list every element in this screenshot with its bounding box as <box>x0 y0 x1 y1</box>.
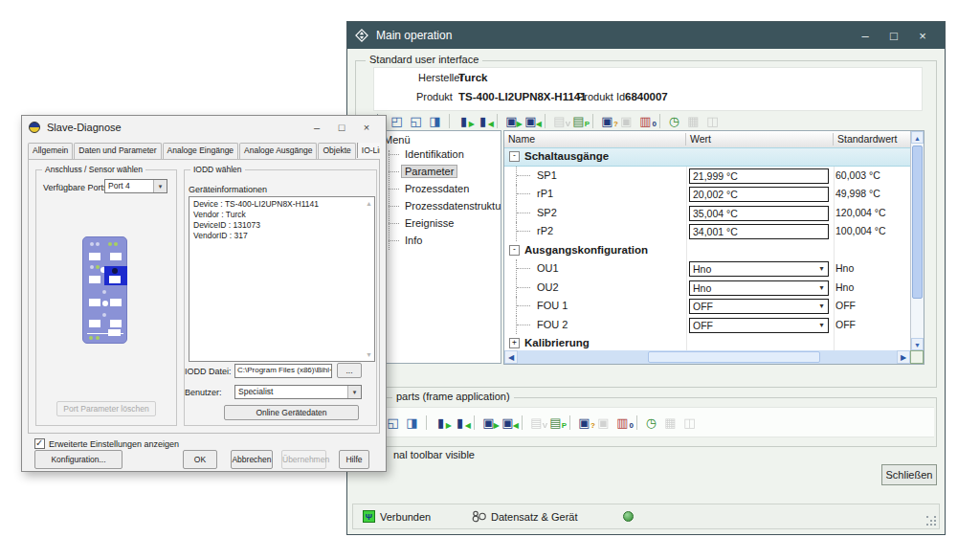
window-right-icon[interactable]: ◨ <box>427 113 443 129</box>
maximize-icon[interactable]: □ <box>329 122 354 133</box>
online-geraetedaten-button[interactable]: Online Gerätedaten <box>224 405 359 420</box>
value-select-ou1[interactable]: Hno▾ <box>689 261 829 277</box>
window-left-icon[interactable]: ◰ <box>389 113 405 129</box>
menu-root[interactable]: Menü <box>379 131 501 146</box>
scroll-down-icon[interactable]: ▼ <box>911 338 924 350</box>
close-icon[interactable]: × <box>908 29 937 43</box>
tab-objekte[interactable]: Objekte <box>318 143 355 159</box>
produkt-value: TS-400-LI2UPN8X-H1141 <box>458 91 587 102</box>
col-name[interactable]: Name <box>508 133 535 145</box>
chart-icon[interactable]: ▥0 <box>637 113 654 129</box>
scroll-up-icon[interactable]: ▲ <box>911 131 924 144</box>
device-info-box[interactable]: Device : TS-400-LI2UPN8X-H1141Vendor : T… <box>189 196 375 362</box>
menu-item-info[interactable]: Info <box>379 232 501 249</box>
value-select-ou2[interactable]: Hno▾ <box>689 280 829 296</box>
minimize-icon[interactable]: – <box>304 122 329 133</box>
write-device-icon[interactable]: ▣◀ <box>500 414 516 431</box>
clock-icon[interactable]: ◷ <box>666 113 682 129</box>
chevron-down-icon[interactable]: ▾ <box>347 386 361 398</box>
connected-status: Verbunden <box>380 511 431 523</box>
go-offline-icon[interactable]: ▮◀ <box>475 113 491 129</box>
menu-item-prozessdaten[interactable]: Prozessdaten <box>379 180 501 197</box>
vertical-scrollbar[interactable]: ▲ ▼ <box>910 131 924 350</box>
scroll-right-icon[interactable]: ▶ <box>897 350 910 364</box>
go-offline-icon[interactable]: ▮◀ <box>452 414 468 431</box>
expand-icon[interactable]: + <box>509 338 520 348</box>
value-select-fou-1[interactable]: OFF▾ <box>689 299 829 314</box>
table-row-ou2[interactable]: OU2Hno▾Hno <box>504 279 910 298</box>
value-input-rp1[interactable]: 20,002 °C <box>689 187 829 202</box>
save-params-icon[interactable]: ▤P <box>570 113 587 129</box>
horizontal-scrollbar[interactable]: ◀ ▶ <box>504 350 910 364</box>
collapse-icon[interactable]: - <box>509 245 520 256</box>
param-help-icon[interactable]: ▣? <box>599 113 615 129</box>
checkbox-checked-icon[interactable] <box>34 438 45 449</box>
benutzer-label: Benutzer: <box>185 388 222 397</box>
table-row-rp2[interactable]: rP234,001 °C100,004 °C <box>504 222 910 241</box>
schliessen-button[interactable]: Schließen <box>881 464 937 485</box>
menu-item-identifikation[interactable]: Identifikation <box>379 146 501 163</box>
hilfe-button[interactable]: Hilfe <box>339 450 369 469</box>
chevron-down-icon[interactable]: ▾ <box>153 180 167 192</box>
window-bottom-icon[interactable]: ◱ <box>408 113 424 129</box>
tab-analoge-ausg-nge[interactable]: Analoge Ausgänge <box>239 143 317 159</box>
port-select[interactable]: Port 4 ▾ <box>104 179 167 193</box>
close-icon[interactable]: × <box>354 122 379 133</box>
scrollbar-thumb[interactable] <box>648 351 820 363</box>
tab-analoge-eing-nge[interactable]: Analoge Eingänge <box>163 143 238 159</box>
table-row-fou-2[interactable]: FOU 2OFF▾OFF <box>504 316 910 335</box>
iodd-datei-field[interactable]: C:\Program Files (x86)\Bihl+Wiedem <box>234 364 332 378</box>
resize-grip-icon[interactable] <box>926 516 936 526</box>
dialog-titlebar[interactable]: Slave-Diagnose – □ × <box>22 116 386 139</box>
scroll-left-icon[interactable]: ◀ <box>504 350 518 364</box>
selected-port[interactable] <box>104 266 127 285</box>
main-titlebar[interactable]: Main operation – □ × <box>347 22 945 49</box>
tab-allgemein[interactable]: Allgemein <box>28 143 73 159</box>
device-port-graphic[interactable] <box>82 236 127 344</box>
table-row-fou-1[interactable]: FOU 1OFF▾OFF <box>504 297 910 316</box>
maximize-icon[interactable]: □ <box>880 29 908 43</box>
menu-item-prozessdatenstruktur[interactable]: Prozessdatenstruktur <box>379 197 501 214</box>
clock-icon[interactable]: ◷ <box>643 414 659 431</box>
value-input-sp2[interactable]: 35,004 °C <box>689 206 829 221</box>
window-bottom-icon[interactable]: ◱ <box>385 414 401 431</box>
col-standardwert[interactable]: Standardwert <box>837 133 897 145</box>
table-row-ausgangskonfiguration[interactable]: -Ausgangskonfiguration <box>504 241 910 260</box>
abbrechen-button[interactable]: Abbrechen <box>231 450 273 469</box>
read-device-icon[interactable]: ▣▶ <box>480 414 497 431</box>
collapse-icon[interactable]: - <box>509 151 520 162</box>
go-online-icon[interactable]: ▮▶ <box>456 113 472 129</box>
write-device-icon[interactable]: ▣◀ <box>523 113 539 129</box>
value-input-sp1[interactable]: 21,999 °C <box>689 168 829 184</box>
go-online-icon[interactable]: ▮▶ <box>433 414 449 431</box>
uebernehmen-button[interactable]: Übernehmen <box>281 450 326 469</box>
param-help-icon[interactable]: ▣? <box>576 414 592 431</box>
scroll-down-icon[interactable]: ▼ <box>366 349 372 360</box>
value-select-fou-2[interactable]: OFF▾ <box>689 318 829 333</box>
table-row-rp1[interactable]: rP120,002 °C49,998 °C <box>504 185 910 204</box>
scrollbar-thumb[interactable] <box>912 146 923 299</box>
chart-icon[interactable]: ▥0 <box>614 414 631 431</box>
port-parameter-loeschen-button[interactable]: Port Parameter löschen <box>56 401 156 416</box>
tab-daten-und-parameter[interactable]: Daten und Parameter <box>74 143 161 159</box>
ok-button[interactable]: OK <box>183 450 217 469</box>
value-input-rp2[interactable]: 34,001 °C <box>689 224 829 239</box>
save-params-icon[interactable]: ▤P <box>547 414 564 431</box>
konfiguration-button[interactable]: Konfiguration... <box>34 450 122 469</box>
menu-item-ereignisse[interactable]: Ereignisse <box>379 214 501 232</box>
menu-item-parameter[interactable]: Parameter <box>379 163 501 180</box>
dialog-tabs: AllgemeinDaten und ParameterAnaloge Eing… <box>28 143 380 159</box>
table-row-sp2[interactable]: SP235,004 °C120,004 °C <box>504 204 910 223</box>
scroll-up-icon[interactable]: ▲ <box>366 198 372 209</box>
benutzer-select[interactable]: Specialist ▾ <box>234 385 362 399</box>
window-right-icon[interactable]: ◨ <box>404 414 420 431</box>
table-row-ou1[interactable]: OU1Hno▾Hno <box>504 259 910 279</box>
minimize-icon[interactable]: – <box>851 29 880 43</box>
col-wert[interactable]: Wert <box>690 133 711 145</box>
browse-button[interactable]: ... <box>337 363 362 378</box>
table-row-sp1[interactable]: SP121,999 °C60,003 °C <box>504 167 910 186</box>
tab-io-link[interactable]: IO-Link <box>357 143 380 158</box>
toolbar-separator <box>449 114 450 128</box>
read-device-icon[interactable]: ▣▶ <box>503 113 520 129</box>
table-row-schaltausg-nge[interactable]: -Schaltausgänge <box>504 147 910 167</box>
